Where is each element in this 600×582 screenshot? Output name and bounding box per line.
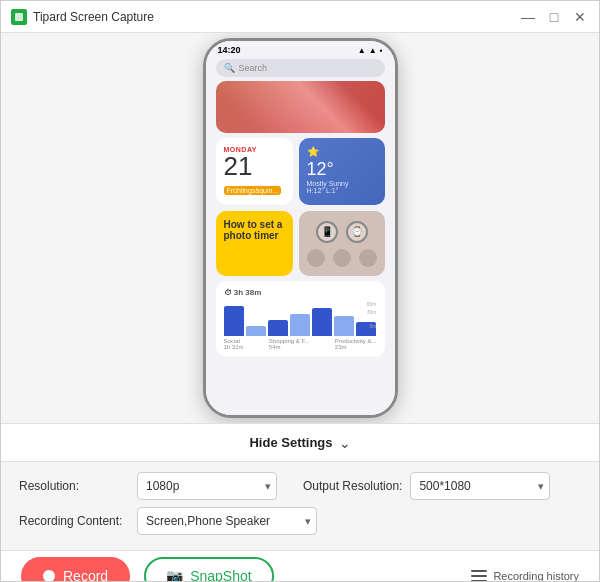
day-number: 21 [224,153,285,179]
app-title: Tipard Screen Capture [33,10,519,24]
phone-time: 14:20 [218,45,241,55]
weather-hi-lo: H:12° L:1° [307,187,377,194]
svg-rect-0 [15,13,23,21]
circles-top-row: 📱 ⌚ [316,221,368,243]
output-resolution-label: Output Resolution: [303,479,402,493]
calendar-widget: MONDAY 21 Frühlingsäquin... [216,138,293,205]
main-preview-area: 14:20 ▲ ▲ ▪ 🔍 Search MONDAY [1,33,599,423]
hero-bg [216,81,385,133]
output-resolution-select[interactable]: 500*1080 1080*1920 [410,472,550,500]
phone-mockup: 14:20 ▲ ▲ ▪ 🔍 Search MONDAY [203,38,398,418]
circle-icon-3 [359,249,377,267]
record-button[interactable]: Record [21,557,130,583]
screentime-labels: Social1h 32m Shopping & F...54m Producti… [224,338,377,350]
settings-panel: Resolution: 1080p 720p 480p Output Resol… [1,461,599,550]
bar-label-30m: 30m [367,309,377,315]
phone-status-bar: 14:20 ▲ ▲ ▪ [206,41,395,57]
wifi-icon: ▲ [369,46,377,55]
recording-content-label: Recording Content: [19,514,129,528]
resolution-select-wrapper: 1080p 720p 480p [137,472,277,500]
weather-condition: Mostly Sunny [307,180,377,187]
record-label: Record [63,568,108,583]
phone-search-bar: 🔍 Search [216,59,385,77]
circle-icon-1 [307,249,325,267]
bar-1 [224,306,244,336]
settings-row-content: Recording Content: Screen,Phone Speaker … [19,507,581,535]
circles-bottom-row [307,249,377,267]
camera-icon: 📷 [166,568,183,583]
snapshot-button[interactable]: 📷 SnapShot [144,557,274,583]
bar-3 [268,320,288,336]
recording-history-button[interactable]: Recording history [471,570,579,582]
hero-image [216,81,385,133]
screentime-widget: ⏱ 3h 38m 60m 30m 5m [216,281,385,357]
bar-4 [290,314,310,336]
hide-settings-label: Hide Settings [249,435,332,450]
signal-icon: ▲ [358,46,366,55]
resolution-label: Resolution: [19,479,129,493]
snapshot-label: SnapShot [190,568,252,583]
widget-title: How to set a photo timer [224,219,285,241]
maximize-button[interactable]: □ [545,8,563,26]
app-label-social: Social1h 32m [224,338,244,350]
bar-6 [334,316,354,336]
screentime-header: ⏱ 3h 38m [224,288,377,297]
screentime-bars [224,301,377,336]
chevron-down-icon: ⌄ [339,435,351,451]
circle-icon-watch: ⌚ [346,221,368,243]
weather-widget: ⭐ 12° Mostly Sunny H:12° L:1° [299,138,385,205]
temperature: 12° [307,159,377,180]
search-text: Search [239,63,268,73]
widget-grid: MONDAY 21 Frühlingsäquin... ⭐ 12° Mostly… [216,138,385,276]
phone-status-icons: ▲ ▲ ▪ [358,46,383,55]
circle-icon-phone: 📱 [316,221,338,243]
settings-row-resolution: Resolution: 1080p 720p 480p Output Resol… [19,472,581,500]
photo-timer-widget: How to set a photo timer [216,211,293,276]
hide-settings-bar[interactable]: Hide Settings ⌄ [1,423,599,461]
hamburger-icon [471,570,487,582]
screentime-time: ⏱ 3h 38m [224,288,262,297]
record-dot-icon [43,570,55,582]
minimize-button[interactable]: — [519,8,537,26]
bar-label-5m: 5m [370,323,377,329]
circles-widget: 📱 ⌚ [299,211,385,276]
phone-screen: 14:20 ▲ ▲ ▪ 🔍 Search MONDAY [206,41,395,415]
recording-content-select[interactable]: Screen,Phone Speaker Screen Only Screen,… [137,507,317,535]
app-label-productivity: Productivity &...23m [335,338,377,350]
bar-2 [246,326,266,336]
weather-icon: ⭐ [307,146,319,157]
recording-content-select-wrapper: Screen,Phone Speaker Screen Only Screen,… [137,507,317,535]
recording-history-label: Recording history [493,570,579,582]
app-label-shopping: Shopping & F...54m [269,338,310,350]
bar-label-60m: 60m [367,301,377,307]
output-resolution-select-wrapper: 500*1080 1080*1920 [410,472,550,500]
window-controls: — □ ✕ [519,8,589,26]
title-bar: Tipard Screen Capture — □ ✕ [1,1,599,33]
circle-icon-2 [333,249,351,267]
search-icon: 🔍 [224,63,235,73]
bar-5 [312,308,332,336]
close-button[interactable]: ✕ [571,8,589,26]
event-text: Frühlingsäquin... [224,186,282,195]
app-icon [11,9,27,25]
battery-icon: ▪ [380,46,383,55]
action-buttons: Record 📷 SnapShot [21,557,274,583]
action-bar: Record 📷 SnapShot Recording history [1,550,599,582]
resolution-select[interactable]: 1080p 720p 480p [137,472,277,500]
